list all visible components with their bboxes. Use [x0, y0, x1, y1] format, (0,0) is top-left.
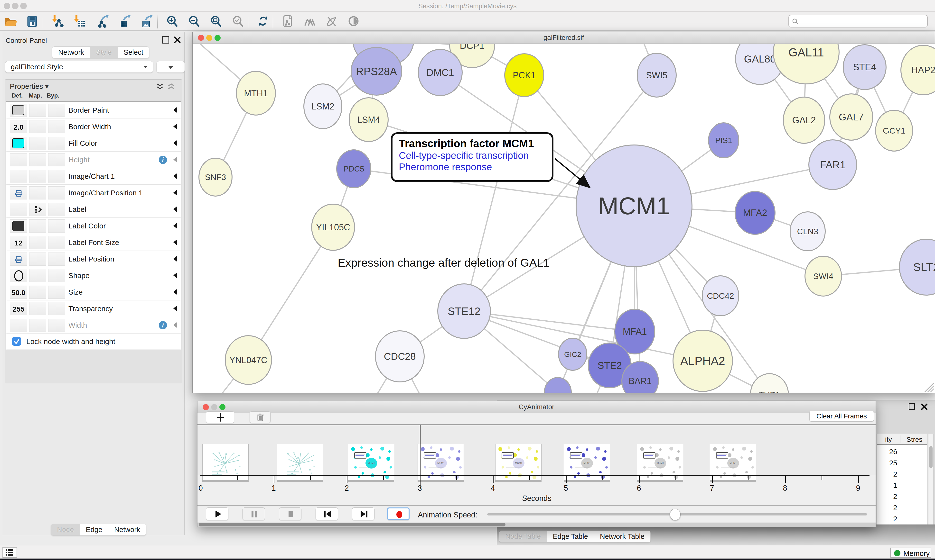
prop-def-cell[interactable]: 50.0	[10, 286, 27, 299]
prop-def-cell[interactable]	[10, 153, 27, 166]
property-row-label-position[interactable]: Label Position	[6, 251, 181, 267]
record-button[interactable]	[387, 508, 410, 520]
memory-button[interactable]: Memory	[890, 548, 931, 558]
add-frame-button[interactable]	[206, 411, 234, 423]
property-row-size[interactable]: 50.0Size	[6, 284, 181, 300]
horizontal-scrollbar[interactable]	[197, 523, 876, 527]
export-network-icon[interactable]	[97, 14, 111, 28]
table-cell[interactable]: 25	[877, 459, 897, 467]
table-tab-edge-table[interactable]: Edge Table	[547, 531, 594, 542]
float-panel-icon[interactable]	[162, 36, 169, 43]
table-cell[interactable]: 2	[877, 503, 897, 512]
prop-byp-cell[interactable]	[48, 286, 65, 299]
info-icon[interactable]: i	[159, 156, 167, 164]
prop-def-cell[interactable]	[10, 252, 27, 266]
info-icon[interactable]: i	[159, 321, 167, 329]
table-cell[interactable]: 2	[877, 492, 897, 501]
prop-byp-cell[interactable]	[48, 203, 65, 216]
prop-map-cell[interactable]	[29, 302, 46, 315]
zoom-in-icon[interactable]	[165, 14, 179, 28]
expand-row-icon[interactable]	[173, 157, 177, 163]
prop-def-cell[interactable]	[10, 137, 27, 150]
prop-byp-cell[interactable]	[48, 153, 65, 166]
prop-byp-cell[interactable]	[48, 219, 65, 232]
property-row-width[interactable]: Widthi	[6, 317, 181, 334]
export-table-icon[interactable]	[119, 14, 133, 28]
clear-all-frames-button[interactable]: Clear All Frames	[809, 411, 874, 422]
export-image-icon[interactable]	[141, 14, 154, 28]
prop-def-cell[interactable]	[10, 186, 27, 200]
cyanimator-titlebar[interactable]: CyAnimator	[197, 401, 876, 413]
tab-select[interactable]: Select	[118, 47, 149, 58]
property-row-transparency[interactable]: 255Transparency	[6, 300, 181, 317]
prop-byp-cell[interactable]	[48, 104, 65, 117]
prop-map-cell[interactable]	[29, 186, 46, 200]
expand-row-icon[interactable]	[173, 206, 177, 212]
prop-map-cell[interactable]	[29, 203, 46, 216]
annotation-link[interactable]: Cell-type-specific transcription	[399, 150, 545, 161]
property-row-border-paint[interactable]: Border Paint	[6, 102, 181, 118]
close-panel-icon[interactable]	[174, 36, 181, 43]
table-tab-node-table[interactable]: Node Table	[499, 531, 547, 542]
prop-byp-cell[interactable]	[48, 269, 65, 282]
collapse-all-icon[interactable]	[167, 83, 175, 90]
prop-def-cell[interactable]: 2.0	[10, 120, 27, 133]
prop-map-cell[interactable]	[29, 104, 46, 117]
zoom-selected-icon[interactable]	[231, 14, 245, 28]
lock-checkbox[interactable]	[12, 337, 21, 346]
prop-byp-cell[interactable]	[48, 319, 65, 332]
expand-row-icon[interactable]	[173, 256, 177, 262]
column-header[interactable]: ity	[885, 436, 892, 443]
resize-grip[interactable]	[924, 383, 934, 392]
style-select[interactable]: galFiltered Style	[5, 61, 153, 73]
prop-def-cell[interactable]	[10, 219, 27, 232]
prop-byp-cell[interactable]	[48, 186, 65, 200]
skip-to-start-button[interactable]	[316, 508, 338, 520]
prop-def-cell[interactable]	[10, 319, 27, 332]
prop-byp-cell[interactable]	[48, 170, 65, 183]
expand-row-icon[interactable]	[173, 289, 177, 295]
expand-row-icon[interactable]	[173, 272, 177, 278]
tab-network[interactable]: Network	[52, 47, 90, 58]
prop-map-cell[interactable]	[29, 319, 46, 332]
column-header[interactable]: Stres	[907, 436, 922, 443]
annotation-box[interactable]: Transcription factor MCM1 Cell-type-spec…	[391, 132, 554, 182]
hide-graphics-icon[interactable]	[325, 14, 338, 28]
search-input[interactable]	[788, 15, 928, 28]
expand-row-icon[interactable]	[173, 140, 177, 146]
prop-def-cell[interactable]	[10, 269, 27, 282]
prop-byp-cell[interactable]	[48, 236, 65, 249]
expand-row-icon[interactable]	[173, 173, 177, 179]
property-row-image-chart-1[interactable]: Image/Chart 1	[6, 168, 181, 185]
property-row-label-font-size[interactable]: 12Label Font Size	[6, 234, 181, 251]
prop-map-cell[interactable]	[29, 286, 46, 299]
network-window-titlebar[interactable]: galFiltered.sif	[193, 32, 935, 44]
show-graphics-icon[interactable]	[347, 14, 360, 28]
property-row-fill-color[interactable]: Fill Color	[6, 135, 181, 152]
expand-row-icon[interactable]	[173, 123, 177, 130]
expand-row-icon[interactable]	[173, 189, 177, 196]
properties-header[interactable]: Properties ▾	[10, 82, 49, 91]
property-row-border-width[interactable]: 2.0Border Width	[6, 118, 181, 135]
task-history-button[interactable]	[2, 547, 17, 558]
network-edge-PCK1-STE12[interactable]	[464, 75, 524, 311]
style-options-button[interactable]	[157, 61, 185, 73]
prop-byp-cell[interactable]	[48, 302, 65, 315]
network-canvas[interactable]: RPS28BDCP1RPS28ADMC1MTH1LSM2LSM4PCK1SWI5…	[193, 44, 935, 393]
stop-button[interactable]	[279, 508, 301, 520]
table-cell[interactable]: 26	[877, 448, 897, 456]
color-swatch[interactable]	[12, 138, 24, 148]
expand-row-icon[interactable]	[173, 223, 177, 229]
prop-map-cell[interactable]	[29, 219, 46, 232]
import-table-icon[interactable]	[72, 14, 86, 28]
clipboard-icon[interactable]	[281, 14, 295, 28]
network-node-N1[interactable]	[545, 378, 571, 393]
table-cell[interactable]: 1	[877, 481, 897, 489]
prop-map-cell[interactable]	[29, 120, 46, 133]
color-swatch[interactable]	[12, 221, 24, 231]
binoculars-icon[interactable]	[303, 14, 316, 28]
property-row-height[interactable]: Heighti	[6, 152, 181, 168]
table-tab-network-table[interactable]: Network Table	[594, 531, 650, 542]
scrollbar-thumb[interactable]	[199, 523, 506, 526]
play-button[interactable]	[206, 508, 228, 520]
